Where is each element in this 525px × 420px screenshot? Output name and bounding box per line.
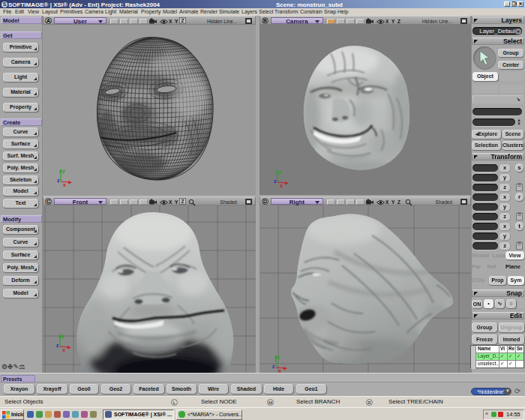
svg-text:z: z: [56, 343, 59, 348]
svg-text:x: x: [280, 183, 283, 188]
svg-text:z: z: [274, 178, 277, 184]
svg-text:y: y: [278, 354, 280, 360]
svg-text:x: x: [62, 347, 65, 352]
svg-text:z: z: [57, 178, 60, 183]
svg-text:y: y: [279, 169, 282, 175]
svg-text:y: y: [62, 333, 64, 339]
svg-text:x: x: [63, 182, 66, 188]
svg-text:y: y: [62, 168, 65, 174]
svg-text:z: z: [272, 364, 275, 369]
